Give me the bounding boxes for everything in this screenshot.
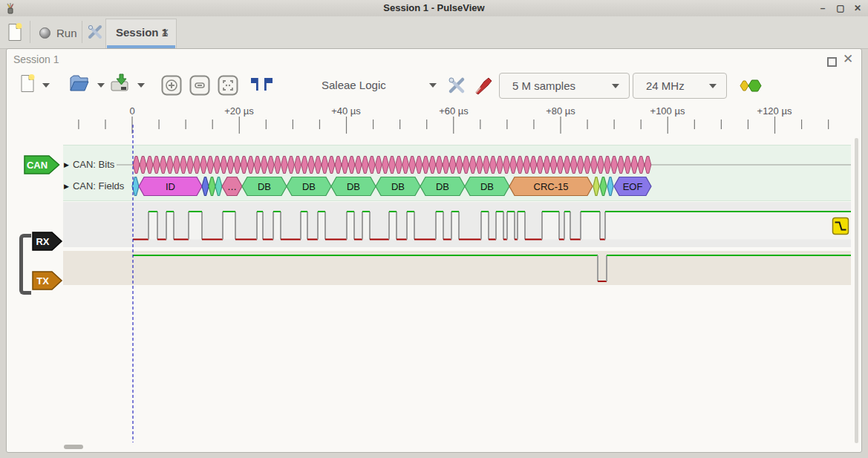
save-dropdown-icon[interactable] [137, 83, 145, 88]
timeline-ruler[interactable]: 0+20 µs+40 µs+60 µs+80 µs+100 µs+120 µs [79, 105, 829, 134]
can-field-label: DB [480, 181, 494, 192]
ruler-label: +20 µs [224, 105, 254, 117]
sample-rate-value: 24 MHz [646, 79, 709, 92]
row-fields-label: CAN: Fields [73, 180, 124, 192]
horizontal-scrollbar-handle[interactable] [64, 445, 83, 449]
ruler-label: +120 µs [757, 105, 792, 117]
zoom-fit-icon[interactable] [218, 75, 238, 96]
session-title: Session 1 [13, 53, 59, 65]
add-decoder-icon[interactable] [739, 79, 763, 93]
device-selector[interactable]: Saleae Logic [322, 79, 386, 91]
can-field-label: DB [258, 181, 271, 192]
maximize-button[interactable]: ▢ [834, 0, 847, 16]
row-bits-label: CAN: Bits [73, 159, 114, 170]
trigger-marker[interactable] [833, 218, 849, 235]
open-file-icon[interactable] [69, 75, 90, 92]
can-field-label: DB [436, 181, 449, 192]
decoder-tag-can[interactable]: CAN [24, 155, 60, 174]
new-session-icon[interactable] [7, 23, 22, 42]
decoder-row-bits[interactable]: ▶ CAN: Bits [64, 159, 114, 170]
tab-label: Session 1 [116, 26, 168, 39]
trigger-flags-icon[interactable] [249, 76, 275, 93]
channel-tag-tx-label: TX [36, 275, 49, 287]
open-dropdown-icon[interactable] [97, 83, 105, 88]
row-expand-icon[interactable]: ▶ [64, 183, 69, 190]
can-field-label: DB [302, 181, 316, 192]
titlebar[interactable]: Session 1 - PulseView – ▢ ✕ [0, 0, 868, 17]
sample-count-value: 5 M samples [512, 79, 612, 92]
can-field-label: DB [347, 181, 360, 192]
decoder-row-fields[interactable]: ▶ CAN: Fields [64, 180, 124, 192]
can-field-label: DB [391, 181, 405, 192]
sample-count-dropdown-icon [612, 84, 619, 88]
row-expand-icon[interactable]: ▶ [64, 161, 69, 169]
new-view-dropdown-icon[interactable] [42, 83, 50, 88]
can-field-label: EOF [623, 181, 643, 192]
trace-canvas[interactable]: 0+20 µs+40 µs+60 µs+80 µs+100 µs+120 µsI… [63, 104, 852, 444]
can-field-label: ID [166, 181, 175, 192]
zoom-in-icon[interactable] [161, 75, 182, 96]
tab-close-icon[interactable]: ✕ [161, 27, 169, 38]
minimize-button[interactable]: – [816, 0, 829, 16]
channel-tag-rx[interactable]: RX [32, 232, 63, 251]
toolbar-separator [82, 21, 82, 43]
run-state-icon [39, 27, 50, 39]
tab-session-1[interactable]: Session 1 ✕ [105, 19, 177, 48]
device-dropdown-icon[interactable] [429, 83, 437, 88]
decoder-tag-label: CAN [27, 160, 48, 171]
session-restore-icon[interactable] [827, 57, 837, 67]
channel-tag-rx-label: RX [36, 236, 49, 247]
channels-config-icon[interactable] [447, 76, 466, 95]
can-field-label: … [227, 181, 237, 192]
vertical-scrollbar-handle[interactable] [855, 138, 858, 443]
window-title: Session 1 - PulseView [0, 0, 868, 16]
channel-group-bracket[interactable] [19, 234, 31, 295]
zoom-out-icon[interactable] [189, 75, 210, 96]
can-field-label: CRC-15 [534, 181, 569, 192]
ruler-label: +40 µs [331, 105, 361, 117]
settings-wrench-icon[interactable] [87, 24, 103, 40]
ruler-label: +60 µs [439, 105, 469, 117]
sample-rate-select[interactable]: 24 MHz [633, 73, 727, 99]
ruler-label: +100 µs [650, 105, 685, 117]
run-label: Run [56, 27, 77, 39]
new-view-icon[interactable] [20, 74, 35, 93]
probe-icon[interactable] [474, 74, 493, 95]
sample-rate-dropdown-icon [709, 84, 717, 88]
ruler-label: +80 µs [546, 105, 575, 117]
sample-count-select[interactable]: 5 M samples [499, 73, 630, 99]
save-icon[interactable] [110, 73, 130, 93]
can-fields-annotations[interactable]: ID…DBDBDBDBDBDBCRC-15EOF [132, 177, 651, 196]
channel-tag-tx[interactable]: TX [32, 271, 63, 290]
session-close-icon[interactable]: ✕ [843, 51, 853, 67]
main-toolbar: Run Session 1 ✕ [0, 16, 868, 49]
pulseview-window: Session 1 - PulseView – ▢ ✕ Run Session … [0, 0, 868, 458]
run-button[interactable]: Run [39, 27, 77, 39]
ruler-label: 0 [129, 105, 134, 117]
toolbar-separator [30, 21, 30, 43]
close-button[interactable]: ✕ [851, 0, 864, 16]
